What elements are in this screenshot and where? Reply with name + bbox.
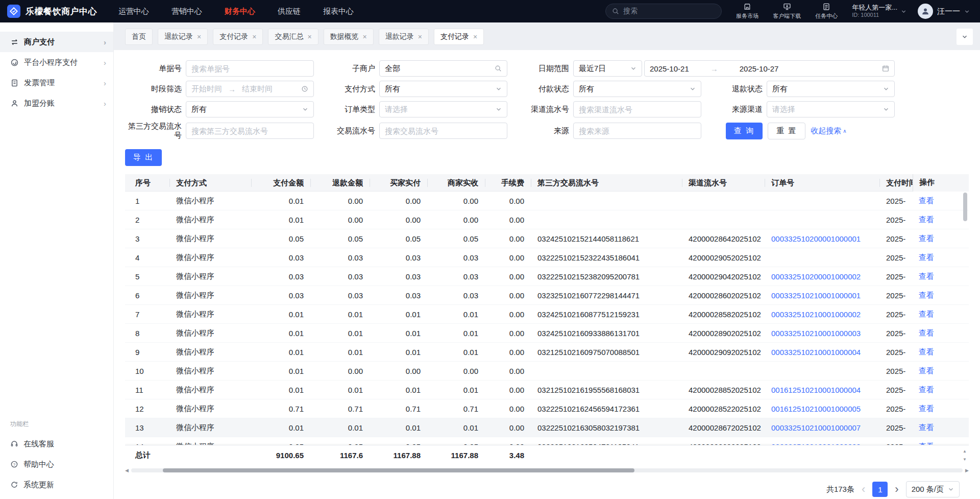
close-icon[interactable]: × [307, 33, 311, 40]
source-input[interactable] [573, 123, 701, 139]
col-order-no[interactable]: 订单号 [765, 174, 880, 192]
export-button[interactable]: 导 出 [125, 149, 162, 166]
tab-refund-records-2[interactable]: 退款记录 × [379, 29, 429, 45]
scroll-right-icon[interactable]: ▶ [965, 468, 969, 473]
trade-no-input[interactable] [379, 123, 507, 139]
col-buyer-paid[interactable]: 买家实付 [370, 174, 428, 192]
pay-status-select[interactable]: 所有 [573, 81, 701, 97]
table-row[interactable]: 3 微信小程序 0.05 0.05 0.05 0.05 0.00 0324251… [125, 229, 969, 248]
task-center-button[interactable]: 任务中心 [815, 3, 838, 20]
tab-payment-records-2[interactable]: 支付记录 × [434, 29, 484, 45]
view-link[interactable]: 查看 [919, 234, 934, 244]
tab-refund-records-1[interactable]: 退款记录 × [158, 29, 208, 45]
order-no-link[interactable]: 000332510200001000002 [771, 272, 861, 281]
col-pay-amount[interactable]: 支付金额 [252, 174, 311, 192]
table-row[interactable]: 4 微信小程序 0.03 0.03 0.03 0.03 0.00 0322251… [125, 248, 969, 267]
sidebar-item-system-update[interactable]: 系统更新 [0, 474, 113, 495]
view-link[interactable]: 查看 [919, 310, 934, 319]
order-no-link[interactable]: 000332510210001000004 [771, 348, 861, 357]
next-page-button[interactable]: › [895, 484, 898, 495]
order-no-link[interactable]: 000332510210001000003 [771, 329, 861, 338]
collapse-search-link[interactable]: 收起搜索 ∧ [811, 126, 846, 136]
view-link[interactable]: 查看 [919, 404, 934, 414]
order-no-link[interactable]: 001612510210001000004 [771, 386, 861, 394]
table-row[interactable]: 2 微信小程序 0.01 0.00 0.00 0.00 0.00 2025- 查… [125, 210, 969, 229]
table-row[interactable]: 10 微信小程序 0.01 0.00 0.00 0.00 0.00 2025- … [125, 362, 969, 381]
table-row[interactable]: 6 微信小程序 0.03 0.03 0.03 0.03 0.00 0323251… [125, 286, 969, 305]
merchant-switcher[interactable]: 年轻人第一家... ID: 100011 [852, 4, 906, 19]
view-link[interactable]: 查看 [919, 328, 934, 338]
time-range-picker[interactable]: 开始时间 → 结束时间 [186, 81, 314, 97]
order-no-link[interactable]: 000332510210001000001 [771, 291, 861, 300]
vertical-scrollbar[interactable] [963, 193, 967, 442]
sub-merchant-select[interactable]: 全部 [379, 60, 507, 77]
table-row[interactable]: 7 微信小程序 0.01 0.01 0.01 0.01 0.00 0324251… [125, 305, 969, 324]
sidebar-item-merchant-payment[interactable]: 商户支付 › [0, 32, 113, 52]
col-pay-method[interactable]: 支付方式 [170, 174, 252, 192]
view-link[interactable]: 查看 [919, 347, 934, 357]
table-row[interactable]: 9 微信小程序 0.01 0.01 0.01 0.01 0.00 0321251… [125, 343, 969, 362]
search-button[interactable]: 查 询 [726, 123, 763, 139]
doc-no-input[interactable] [186, 60, 314, 77]
reset-button[interactable]: 重 置 [768, 123, 805, 139]
table-row[interactable]: 11 微信小程序 0.01 0.01 0.01 0.01 0.00 032125… [125, 381, 969, 399]
tab-home[interactable]: 首页 [125, 29, 153, 45]
refund-status-select[interactable]: 所有 [767, 81, 895, 97]
view-link[interactable]: 查看 [919, 423, 934, 433]
tab-list-dropdown-button[interactable] [957, 29, 973, 45]
table-row[interactable]: 8 微信小程序 0.01 0.01 0.01 0.01 0.00 0324251… [125, 324, 969, 343]
close-icon[interactable]: × [418, 33, 422, 40]
nav-supply-chain[interactable]: 供应链 [278, 7, 301, 16]
tab-data-overview[interactable]: 数据概览 × [324, 29, 374, 45]
source-channel-select[interactable]: 请选择 [767, 101, 895, 117]
page-size-select[interactable]: 200 条/页 [906, 481, 960, 497]
table-row[interactable]: 12 微信小程序 0.71 0.71 0.71 0.71 0.00 032225… [125, 399, 969, 418]
user-menu[interactable]: 汪一一 [918, 4, 970, 19]
prev-page-button[interactable]: ‹ [862, 484, 865, 495]
view-link[interactable]: 查看 [919, 291, 934, 300]
close-icon[interactable]: × [363, 33, 367, 40]
scroll-up-icon[interactable]: ▲ [963, 449, 967, 454]
table-row[interactable]: 1 微信小程序 0.01 0.00 0.00 0.00 0.00 2025- 查… [125, 192, 969, 210]
sidebar-item-invoice-management[interactable]: 发票管理 › [0, 73, 113, 93]
order-no-link[interactable]: 000332510200001000001 [771, 234, 861, 243]
channel-no-input[interactable] [573, 101, 701, 117]
horizontal-scrollbar-track[interactable] [131, 468, 963, 472]
view-link[interactable]: 查看 [919, 385, 934, 395]
table-row[interactable]: 13 微信小程序 0.01 0.01 0.01 0.01 0.00 032225… [125, 418, 969, 437]
close-icon[interactable]: × [252, 33, 256, 40]
nav-finance-center[interactable]: 财务中心 [225, 7, 255, 16]
view-link[interactable]: 查看 [919, 366, 934, 376]
view-link[interactable]: 查看 [919, 253, 934, 263]
order-no-link[interactable]: 000332510210001000002 [771, 310, 861, 319]
order-no-link[interactable]: 000332510210001000007 [771, 423, 861, 432]
col-merchant-received[interactable]: 商家实收 [428, 174, 485, 192]
order-no-link[interactable]: 001612510210001000005 [771, 405, 861, 413]
scroll-left-icon[interactable]: ◀ [125, 468, 129, 473]
table-scroll-buttons[interactable]: ▲ ▼ [961, 446, 969, 464]
vertical-scrollbar-thumb[interactable] [963, 193, 967, 221]
pay-method-select[interactable]: 所有 [379, 81, 507, 97]
date-preset-select[interactable]: 最近7日 [573, 60, 642, 77]
date-range-picker[interactable]: 2025-10-21 → 2025-10-27 [644, 60, 895, 77]
tab-transaction-summary[interactable]: 交易汇总 × [268, 29, 318, 45]
third-party-no-input[interactable] [186, 123, 314, 139]
nav-operations-center[interactable]: 运营中心 [118, 7, 149, 16]
table-row[interactable]: 5 微信小程序 0.03 0.03 0.03 0.03 0.00 0322251… [125, 267, 969, 286]
global-search-input[interactable]: 搜索 [605, 4, 722, 19]
service-market-button[interactable]: 服务市场 [736, 3, 758, 20]
sidebar-item-franchise-split[interactable]: 加盟分账 › [0, 93, 113, 113]
sidebar-item-platform-miniprogram-payment[interactable]: 平台小程序支付 › [0, 52, 113, 73]
tab-payment-records-1[interactable]: 支付记录 × [213, 29, 263, 45]
col-refund-amount[interactable]: 退款金额 [311, 174, 370, 192]
order-type-select[interactable]: 请选择 [379, 101, 507, 117]
view-link[interactable]: 查看 [919, 272, 934, 281]
client-download-button[interactable]: 客户端下载 [773, 3, 801, 20]
nav-marketing-center[interactable]: 营销中心 [172, 7, 202, 16]
col-fee[interactable]: 手续费 [485, 174, 531, 192]
cancel-status-select[interactable]: 所有 [186, 101, 314, 117]
page-number-button[interactable]: 1 [872, 482, 888, 497]
nav-report-center[interactable]: 报表中心 [323, 7, 354, 16]
horizontal-scrollbar-thumb[interactable] [163, 468, 634, 472]
col-index[interactable]: 序号 [125, 174, 170, 192]
